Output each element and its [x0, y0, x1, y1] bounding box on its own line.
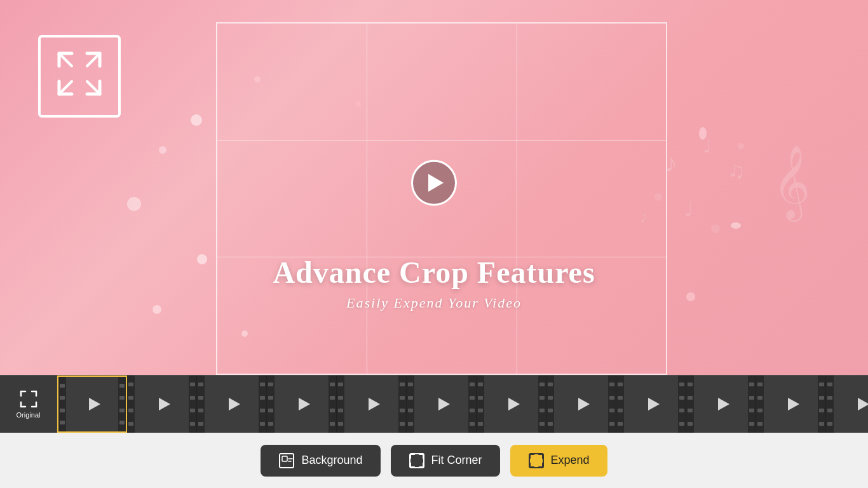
- film-thumb-8[interactable]: [546, 376, 616, 433]
- film-thumb-11[interactable]: [756, 376, 826, 433]
- film-play-icon: [89, 398, 100, 410]
- svg-point-16: [711, 224, 720, 233]
- confetti-7: [241, 330, 248, 337]
- film-thumb-10[interactable]: [686, 376, 756, 433]
- music-notes-decoration: 𝄞 ♪ ♩ ♫ ♪ ♩: [627, 121, 830, 263]
- svg-rect-29: [410, 454, 424, 468]
- film-play-icon: [788, 398, 799, 410]
- svg-text:♩: ♩: [684, 198, 693, 220]
- confetti-5: [197, 254, 207, 264]
- confetti-11: [686, 292, 695, 301]
- confetti-2: [159, 146, 166, 154]
- fit-corner-icon: [409, 452, 425, 469]
- film-thumb-9[interactable]: [616, 376, 686, 433]
- confetti-1: [191, 114, 202, 126]
- film-thumb-4[interactable]: [267, 376, 337, 433]
- film-play-icon: [578, 398, 590, 410]
- film-perfs-right: [118, 377, 126, 431]
- film-play-icon: [369, 398, 380, 410]
- expend-icon: [528, 452, 545, 469]
- svg-point-15: [738, 143, 744, 149]
- original-label: Original: [17, 411, 41, 419]
- svg-rect-38: [529, 454, 543, 468]
- svg-text:♫: ♫: [728, 158, 745, 183]
- film-play-icon: [718, 398, 729, 410]
- film-thumb-12[interactable]: [826, 376, 868, 433]
- video-preview-area: 𝄞 ♪ ♩ ♫ ♪ ♩ Advance Crop Features Easily…: [0, 0, 868, 375]
- svg-point-14: [654, 193, 662, 201]
- expand-arrows-icon: [54, 48, 105, 104]
- film-perfs-left: [58, 377, 66, 431]
- svg-text:♪: ♪: [665, 149, 677, 177]
- fit-corner-button[interactable]: Fit Corner: [391, 445, 500, 477]
- film-thumb-7[interactable]: [477, 376, 546, 433]
- film-play-icon: [159, 398, 170, 410]
- bottom-toolbar: Background Fit Corner Expend: [0, 433, 868, 488]
- film-play-icon: [648, 398, 660, 410]
- film-play-icon: [438, 398, 450, 410]
- svg-text:𝄞: 𝄞: [773, 146, 810, 222]
- film-play-icon: [299, 398, 310, 410]
- film-thumb-6[interactable]: [407, 376, 477, 433]
- play-icon: [428, 174, 444, 192]
- background-button[interactable]: Background: [261, 445, 380, 477]
- expand-arrows-sm-icon: [19, 390, 38, 409]
- svg-text:♪: ♪: [639, 207, 648, 226]
- confetti-8: [356, 102, 361, 107]
- fit-corner-label: Fit Corner: [431, 454, 482, 467]
- expend-button[interactable]: Expend: [510, 445, 607, 477]
- filmstrip: Original: [0, 376, 868, 433]
- confetti-4: [254, 76, 261, 83]
- play-button[interactable]: [411, 160, 457, 206]
- film-play-icon: [508, 398, 520, 410]
- background-icon: [278, 452, 295, 469]
- film-play-icon: [229, 398, 240, 410]
- film-play-icon: [858, 398, 869, 410]
- film-thumb-1[interactable]: [57, 376, 127, 433]
- main-title: Advance Crop Features: [243, 255, 625, 290]
- svg-text:♩: ♩: [703, 135, 712, 156]
- film-thumb-3[interactable]: [197, 376, 267, 433]
- expend-label: Expend: [551, 454, 590, 467]
- background-label: Background: [301, 454, 362, 467]
- film-thumb-2[interactable]: [127, 376, 197, 433]
- confetti-6: [153, 305, 161, 314]
- film-perfs-right: [189, 376, 196, 433]
- svg-rect-26: [282, 456, 287, 461]
- text-overlay: Advance Crop Features Easily Expend Your…: [243, 255, 625, 311]
- original-button[interactable]: Original: [0, 376, 57, 433]
- film-perfs-left: [127, 376, 135, 433]
- expand-icon-box: [38, 35, 121, 118]
- film-thumb-5[interactable]: [337, 376, 407, 433]
- confetti-3: [127, 197, 141, 211]
- sub-title: Easily Expend Your Video: [243, 295, 625, 311]
